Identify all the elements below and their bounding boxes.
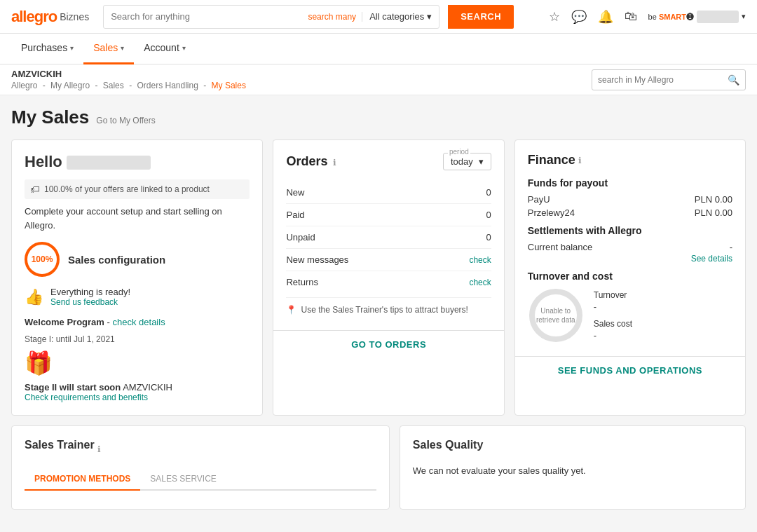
table-row: New messages check [286,249,491,271]
search-input[interactable] [104,11,302,22]
biznes-logo-text: Biznes [60,11,89,22]
finance-card: Finance ℹ Funds for payout PayU PLN 0.00… [514,139,746,416]
returns-check-link[interactable]: check [469,278,491,287]
breadcrumb-orders[interactable]: Orders Handling [137,81,198,90]
header: allegro Biznes search many All categorie… [0,0,757,34]
search-myallegro-icon: 🔍 [728,74,739,86]
przelewy-val: PLN 0.00 [695,207,732,218]
check-requirements-link[interactable]: Check requirements and benefits [25,393,250,402]
orders-card: Orders ℹ period today ▾ New 0 Paid 0 [273,139,504,416]
config-label: Sales configuration [68,254,165,266]
tip-icon: 📍 [286,305,296,315]
stage2-label: Stage II will start soon [25,382,121,393]
go-orders-button[interactable]: GO TO ORDERS [273,330,503,358]
quality-header: Sales Quality [413,439,732,460]
breadcrumb-left: AMZVICKIH Allegro - My Allegro - Sales -… [11,69,246,90]
logo[interactable]: allegro Biznes [11,8,89,26]
sales-chevron-icon: ▾ [121,44,124,52]
chat-icon[interactable]: 💬 [571,9,587,25]
hello-text: Hello [25,153,62,170]
ready-text: Everything is ready! [50,287,130,297]
turnover-val: - [594,301,732,312]
funds-title: Funds for payout [528,177,732,189]
stage-label: Stage I: until Jul 1, 2021 [25,334,250,344]
bell-icon[interactable]: 🔔 [598,9,613,25]
category-dropdown[interactable]: All categories ▾ [362,6,439,28]
trainer-tip-text: Use the Sales Trainer's tips to attract … [301,305,468,315]
welcome-check-link[interactable]: check details [113,317,165,327]
turnover-row: Unable to retrieve data Turnover - Sales… [528,287,732,348]
breadcrumb-myallegro[interactable]: My Allegro [50,81,90,90]
quality-title: Sales Quality [413,439,484,451]
donut-chart: Unable to retrieve data [528,287,584,343]
messages-check-link[interactable]: check [469,255,491,265]
allegro-logo-text: allegro [11,8,57,26]
ready-info: Everything is ready! Send us feedback [50,287,130,307]
breadcrumb-allegro[interactable]: Allegro [11,81,37,90]
period-value: today [451,156,473,167]
order-messages-label: New messages [286,254,348,265]
gift-icon: 🎁 [25,350,250,376]
tab-sales-service[interactable]: SALES SERVICE [140,468,226,491]
my-allegro-search-input[interactable] [598,75,728,85]
search-many-label[interactable]: search many [302,12,362,22]
nav-sales[interactable]: Sales ▾ [83,34,134,64]
period-label: period [448,148,470,156]
nav-account[interactable]: Account ▾ [134,34,196,64]
page-title: My Sales [11,107,89,128]
progress-circle: 100% [25,242,60,277]
smart-badge[interactable]: be SMART🅘 ▾ [648,11,746,23]
offers-linked-row: 🏷 100.0% of your offers are linked to a … [25,179,250,199]
settlements-section: Settlements with Allegro Current balance… [528,225,732,264]
breadcrumb-path: Allegro - My Allegro - Sales - Orders Ha… [11,81,246,90]
order-new-label: New [286,187,304,198]
trainer-info-icon[interactable]: ℹ [97,444,101,454]
config-row: 100% Sales configuration [25,242,250,277]
payu-row: PayU PLN 0.00 [528,194,732,205]
cart-icon[interactable]: 🛍 [625,9,637,24]
nav-purchases-label: Purchases [21,42,67,53]
trainer-title: Sales Trainer [25,439,95,451]
star-icon[interactable]: ☆ [549,9,560,25]
period-chevron-icon: ▾ [479,156,484,167]
finance-title: Finance [528,153,575,168]
welcome-label: Welcome Program [25,317,104,327]
main-cards-row: Hello 🏷 100.0% of your offers are linked… [11,139,746,416]
funds-section: Funds for payout PayU PLN 0.00 Przelewy2… [528,177,732,218]
table-row: New 0 [286,182,491,204]
finance-info-icon[interactable]: ℹ [578,156,582,165]
przelewy-row: Przelewy24 PLN 0.00 [528,207,732,218]
nav-sales-label: Sales [93,42,118,53]
payu-val: PLN 0.00 [695,194,732,205]
order-paid-label: Paid [286,210,304,220]
feedback-link[interactable]: Send us feedback [50,297,130,307]
breadcrumb-sales[interactable]: Sales [103,81,124,90]
page-title-row: My Sales Go to My Offers [11,107,746,128]
current-balance-row: Current balance - [528,242,732,252]
current-balance-val: - [730,242,732,252]
purchases-chevron-icon: ▾ [70,44,74,52]
see-details-link[interactable]: See details [528,254,732,264]
goto-offers-link[interactable]: Go to My Offers [96,116,155,125]
nav-purchases[interactable]: Purchases ▾ [11,34,83,64]
account-chevron-icon: ▾ [182,44,186,52]
orders-header: Orders ℹ period today ▾ [286,153,491,170]
tab-promotion-methods[interactable]: PROMOTION METHODS [25,468,140,491]
table-row: Paid 0 [286,204,491,226]
settlements-title: Settlements with Allegro [528,225,732,236]
header-icons: ☆ 💬 🔔 🛍 be SMART🅘 ▾ [549,9,746,25]
welcome-program: Welcome Program - check details [25,317,250,327]
sales-trainer-card: Sales Trainer ℹ PROMOTION METHODS SALES … [11,425,390,510]
breadcrumb-mysales[interactable]: My Sales [212,81,246,90]
stage2-text: Stage II will start soon AMZVICKIH [25,382,250,393]
orders-info-icon[interactable]: ℹ [333,158,336,168]
search-button[interactable]: SEARCH [448,5,514,29]
period-select[interactable]: period today ▾ [443,153,491,170]
hello-greeting: Hello [25,153,250,171]
sales-cost-label: Sales cost [594,319,732,329]
payu-label: PayU [528,194,550,205]
search-bar: search many All categories ▾ [103,5,439,29]
account-chevron-icon[interactable]: ▾ [742,12,746,21]
see-funds-button[interactable]: SEE FUNDS AND OPERATIONS [515,356,745,384]
order-new-count: 0 [486,187,491,198]
